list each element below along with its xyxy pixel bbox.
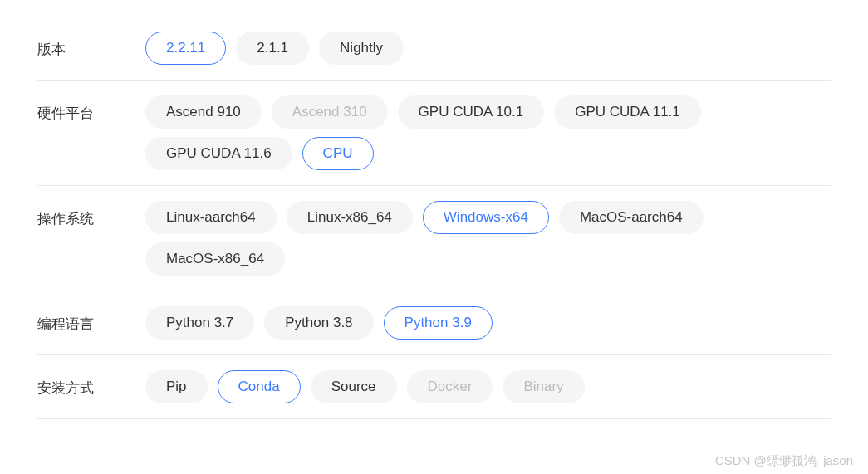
option-pill-gpu-cuda-10-1[interactable]: GPU CUDA 10.1 — [398, 95, 545, 129]
option-pill-linux-aarch64[interactable]: Linux-aarch64 — [145, 201, 277, 234]
option-pill-source[interactable]: Source — [311, 370, 397, 403]
options-container: Linux-aarch64Linux-x86_64Windows-x64MacO… — [145, 201, 831, 276]
option-row: 硬件平台Ascend 910Ascend 310GPU CUDA 10.1GPU… — [37, 81, 831, 186]
option-pill-docker: Docker — [407, 370, 493, 403]
option-pill-binary: Binary — [503, 370, 584, 403]
option-pill-cpu[interactable]: CPU — [302, 137, 374, 170]
option-pill-pip[interactable]: Pip — [145, 370, 208, 403]
option-row: 版本2.2.112.1.1Nightly — [37, 17, 831, 81]
option-pill-python-3-9[interactable]: Python 3.9 — [384, 306, 493, 340]
option-pill-ascend-310: Ascend 310 — [272, 95, 388, 129]
row-label: 安装方式 — [37, 370, 145, 398]
option-pill-conda[interactable]: Conda — [218, 370, 301, 403]
row-label: 硬件平台 — [37, 95, 145, 123]
option-pill-macos-aarch64[interactable]: MacOS-aarch64 — [559, 201, 704, 234]
options-container: PipCondaSourceDockerBinary — [145, 370, 831, 403]
options-container: Ascend 910Ascend 310GPU CUDA 10.1GPU CUD… — [145, 95, 831, 170]
option-pill-python-3-7[interactable]: Python 3.7 — [145, 306, 254, 340]
watermark-text: CSDN @缥缈孤鸿_jason — [715, 453, 853, 469]
option-pill-gpu-cuda-11-6[interactable]: GPU CUDA 11.6 — [145, 137, 292, 170]
row-label: 版本 — [37, 32, 145, 59]
option-pill-2-2-11[interactable]: 2.2.11 — [145, 32, 226, 65]
row-label: 操作系统 — [37, 201, 145, 228]
option-row: 操作系统Linux-aarch64Linux-x86_64Windows-x64… — [37, 186, 831, 291]
option-row: 安装方式PipCondaSourceDockerBinary — [37, 355, 831, 419]
option-pill-windows-x64[interactable]: Windows-x64 — [423, 201, 549, 234]
option-pill-nightly[interactable]: Nightly — [319, 32, 404, 65]
options-container: Python 3.7Python 3.8Python 3.9 — [145, 306, 831, 340]
option-pill-linux-x86-64[interactable]: Linux-x86_64 — [287, 201, 413, 234]
option-pill-ascend-910[interactable]: Ascend 910 — [145, 95, 262, 129]
row-label: 编程语言 — [37, 306, 145, 334]
option-pill-2-1-1[interactable]: 2.1.1 — [236, 32, 309, 65]
option-pill-python-3-8[interactable]: Python 3.8 — [264, 306, 373, 340]
option-pill-macos-x86-64[interactable]: MacOS-x86_64 — [145, 242, 285, 276]
option-row: 编程语言Python 3.7Python 3.8Python 3.9 — [37, 291, 831, 355]
options-container: 2.2.112.1.1Nightly — [145, 32, 831, 65]
option-pill-gpu-cuda-11-1[interactable]: GPU CUDA 11.1 — [554, 95, 701, 129]
